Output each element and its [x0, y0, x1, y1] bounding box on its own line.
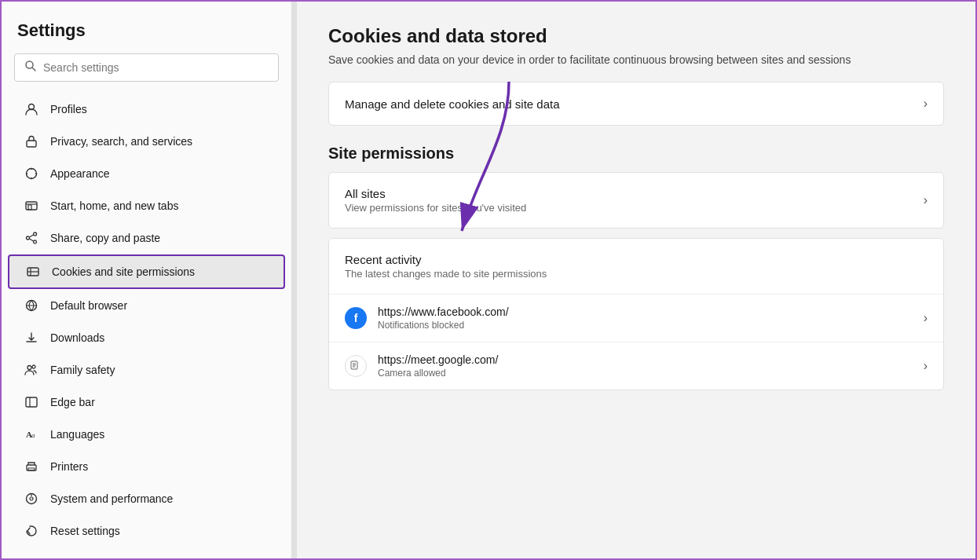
svg-line-11: [29, 235, 33, 237]
start-home-icon: [24, 198, 39, 214]
svg-rect-25: [28, 468, 35, 470]
manage-cookies-chevron: ›: [924, 97, 928, 111]
languages-icon: Aa: [24, 426, 39, 442]
svg-point-19: [32, 365, 35, 368]
manage-cookies-card[interactable]: Manage and delete cookies and site data …: [328, 82, 944, 126]
sidebar-item-label-start-home: Start, home, and new tabs: [50, 199, 178, 212]
sidebar-item-languages[interactable]: AaLanguages: [8, 419, 285, 450]
sidebar-item-label-system-performance: System and performance: [50, 492, 173, 505]
google-meet-icon: [345, 355, 367, 377]
sidebar-item-family-safety[interactable]: Family safety: [8, 354, 285, 386]
sidebar-item-cookies[interactable]: Cookies and site permissions: [8, 254, 285, 289]
all-sites-text: All sites View permissions for sites you…: [345, 187, 526, 214]
recent-activity-label: Recent activity: [345, 253, 547, 266]
recent-activity-text: Recent activity The latest changes made …: [345, 253, 547, 280]
sidebar-item-default-browser[interactable]: Default browser: [8, 290, 285, 321]
printers-icon: [24, 459, 39, 474]
all-sites-row[interactable]: All sites View permissions for sites you…: [329, 173, 943, 228]
all-sites-label: All sites: [345, 187, 526, 200]
sidebar-item-label-family-safety: Family safety: [50, 364, 115, 376]
sidebar-item-label-privacy: Privacy, search, and services: [50, 135, 192, 148]
sidebar-item-label-printers: Printers: [50, 460, 88, 473]
default-browser-icon: [24, 298, 39, 313]
svg-text:a: a: [31, 431, 35, 439]
facebook-site-item[interactable]: f https://www.facebook.com/ Notification…: [329, 294, 943, 342]
sidebar-item-label-reset-settings: Reset settings: [50, 525, 120, 537]
manage-cookies-row[interactable]: Manage and delete cookies and site data …: [329, 82, 943, 125]
facebook-icon: f: [345, 307, 367, 329]
edge-bar-icon: [24, 394, 39, 410]
sidebar-item-share-copy[interactable]: Share, copy and paste: [8, 222, 285, 254]
google-meet-site-item[interactable]: https://meet.google.com/ Camera allowed …: [329, 342, 943, 390]
svg-point-27: [30, 497, 33, 500]
facebook-url: https://www.facebook.com/: [378, 306, 913, 318]
appearance-icon: [24, 166, 39, 181]
sidebar-item-downloads[interactable]: Downloads: [8, 322, 285, 353]
reset-settings-icon: [24, 523, 39, 539]
all-sites-sub: View permissions for sites you've visite…: [345, 202, 526, 214]
sidebar-item-label-languages: Languages: [50, 428, 104, 441]
search-box[interactable]: [14, 53, 279, 82]
sidebar-title: Settings: [2, 9, 291, 49]
google-meet-site-text: https://meet.google.com/ Camera allowed: [378, 353, 913, 379]
sidebar-item-label-edge-bar: Edge bar: [50, 396, 95, 408]
sidebar-item-label-cookies: Cookies and site permissions: [52, 265, 195, 278]
privacy-icon: [24, 134, 39, 149]
sidebar-item-system-performance[interactable]: System and performance: [8, 483, 285, 514]
svg-line-1: [33, 68, 36, 71]
svg-rect-3: [27, 141, 36, 147]
downloads-icon: [24, 330, 39, 346]
sidebar-item-profiles[interactable]: Profiles: [8, 93, 285, 125]
recent-activity-sub: The latest changes made to site permissi…: [345, 268, 547, 280]
all-sites-chevron: ›: [924, 193, 928, 207]
sidebar-item-label-share-copy: Share, copy and paste: [50, 232, 160, 244]
sidebar-item-reset-settings[interactable]: Reset settings: [8, 515, 285, 547]
svg-point-8: [34, 232, 37, 236]
sidebar-item-label-downloads: Downloads: [50, 331, 104, 344]
google-meet-url: https://meet.google.com/: [378, 353, 913, 366]
manage-cookies-label: Manage and delete cookies and site data: [345, 97, 560, 111]
sidebar-item-label-appearance: Appearance: [50, 167, 110, 180]
cookies-icon: [25, 264, 41, 280]
recent-activity-header: Recent activity The latest changes made …: [329, 239, 943, 294]
cookies-section-title: Cookies and data stored: [328, 25, 944, 47]
manage-cookies-container: Manage and delete cookies and site data …: [328, 82, 944, 126]
svg-point-0: [26, 61, 33, 68]
google-meet-chevron: ›: [924, 359, 928, 373]
svg-line-12: [29, 239, 33, 241]
sidebar-item-label-profiles: Profiles: [50, 103, 87, 115]
svg-point-10: [27, 236, 30, 240]
sidebar-item-label-default-browser: Default browser: [50, 299, 127, 312]
system-performance-icon: [24, 491, 39, 507]
sidebar-item-edge-bar[interactable]: Edge bar: [8, 386, 285, 418]
google-meet-status: Camera allowed: [378, 368, 913, 379]
svg-point-9: [34, 240, 37, 243]
sidebar-item-printers[interactable]: Printers: [8, 451, 285, 482]
facebook-site-text: https://www.facebook.com/ Notifications …: [378, 306, 913, 331]
share-copy-icon: [24, 230, 39, 246]
sidebar-item-appearance[interactable]: Appearance: [8, 158, 285, 189]
family-safety-icon: [24, 362, 39, 378]
profiles-icon: [24, 101, 39, 117]
nav-items-container: ProfilesPrivacy, search, and servicesApp…: [2, 93, 291, 547]
sidebar: Settings ProfilesPrivacy, search, and se…: [2, 2, 292, 558]
site-permissions-title: Site permissions: [328, 145, 944, 163]
search-icon: [24, 60, 37, 75]
svg-rect-20: [26, 397, 37, 407]
recent-activity-card: Recent activity The latest changes made …: [328, 238, 944, 390]
facebook-chevron: ›: [924, 311, 928, 325]
svg-point-4: [27, 169, 37, 179]
search-input[interactable]: [43, 61, 269, 74]
facebook-status: Notifications blocked: [378, 320, 913, 331]
svg-rect-6: [28, 205, 31, 210]
sidebar-item-privacy[interactable]: Privacy, search, and services: [8, 126, 285, 157]
cookies-section-desc: Save cookies and data on your device in …: [328, 53, 925, 66]
site-permissions-card: All sites View permissions for sites you…: [328, 172, 944, 229]
main-content: Cookies and data stored Save cookies and…: [297, 2, 975, 558]
svg-point-18: [27, 366, 31, 370]
sidebar-item-start-home[interactable]: Start, home, and new tabs: [8, 190, 285, 221]
